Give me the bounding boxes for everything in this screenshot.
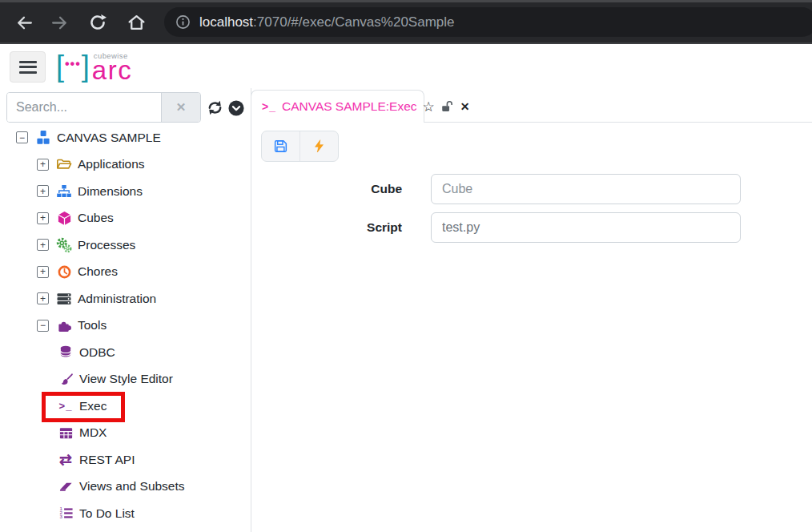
refresh-tree-button[interactable] xyxy=(207,99,223,116)
chevron-down-circle-icon xyxy=(227,99,245,117)
tree-item-applications[interactable]: + Applications xyxy=(0,151,251,179)
main-panel: >_ CANVAS SAMPLE:Exec ☆ ✕ xyxy=(251,88,812,532)
tree-item-view-style-editor[interactable]: View Style Editor xyxy=(0,366,251,393)
tree-item-label: REST API xyxy=(79,453,135,467)
tree-item-label: Administration xyxy=(78,292,156,306)
tree-item-label: To Do List xyxy=(79,506,135,521)
folder-open-icon xyxy=(55,156,73,172)
tree-item-label: Tools xyxy=(78,318,107,332)
puzzle-icon xyxy=(55,317,73,333)
collapse-all-button[interactable] xyxy=(227,99,245,117)
tree-item-cubes[interactable]: + Cubes xyxy=(0,205,251,232)
expand-toggle-icon[interactable]: + xyxy=(37,185,49,197)
exchange-arrows-icon: ⇄ xyxy=(57,452,74,468)
tab-title: CANVAS SAMPLE:Exec xyxy=(282,99,417,114)
sitemap-icon xyxy=(55,183,73,200)
reload-icon xyxy=(88,13,107,32)
address-bar[interactable]: localhost:7070/#/exec/Canvas%20Sample xyxy=(164,7,812,37)
tree-item-label: Views and Subsets xyxy=(79,479,185,494)
svg-text:3: 3 xyxy=(59,514,62,519)
cube-label: Cube xyxy=(299,174,402,204)
tree-item-label: MDX xyxy=(79,425,107,440)
app-header: [ ••• ] cubewise arc xyxy=(0,44,812,88)
tab-canvas-sample-exec[interactable]: >_ CANVAS SAMPLE:Exec ☆ ✕ xyxy=(251,90,424,123)
gears-icon xyxy=(55,237,73,253)
url-host: localhost xyxy=(199,14,253,30)
search-group: ✕ xyxy=(6,92,201,123)
expand-toggle-icon[interactable]: + xyxy=(37,292,49,304)
tree-item-label: View Style Editor xyxy=(79,372,173,386)
logo-bracket-right: ] xyxy=(82,52,90,81)
logo-arc-text: arc xyxy=(92,59,132,82)
expand-toggle-icon[interactable]: + xyxy=(37,266,49,278)
browser-toolbar: localhost:7070/#/exec/Canvas%20Sample xyxy=(0,0,812,44)
logo-bracket-left: [ xyxy=(56,52,64,81)
tree-item-rest-api[interactable]: ⇄ REST API xyxy=(0,446,251,474)
screenshot-root: localhost:7070/#/exec/Canvas%20Sample [ … xyxy=(0,0,812,532)
expand-toggle-icon[interactable]: + xyxy=(37,212,49,224)
database-icon xyxy=(57,345,74,361)
exec-toolbar xyxy=(261,131,339,162)
tree-item-to-do-list[interactable]: 123 To Do List xyxy=(0,500,251,527)
home-icon xyxy=(127,13,147,33)
tree-item-administration[interactable]: + Administration xyxy=(0,285,251,312)
ordered-list-icon: 123 xyxy=(57,506,74,522)
tree-item-exec[interactable]: >_ Exec xyxy=(0,393,251,420)
collapse-toggle-icon[interactable]: − xyxy=(16,131,28,143)
tree-item-odbc[interactable]: ODBC xyxy=(0,339,251,366)
browser-reload-button[interactable] xyxy=(87,12,108,33)
tree-item-processes[interactable]: + Processes xyxy=(0,232,251,259)
cubewise-arc-logo: [ ••• ] cubewise arc xyxy=(56,49,132,84)
execute-button[interactable] xyxy=(300,131,339,161)
page-info-icon[interactable] xyxy=(175,14,191,30)
terminal-icon: >_ xyxy=(57,398,74,414)
tree-item-canvas-sample[interactable]: − CANVAS SAMPLE xyxy=(0,124,251,151)
browser-home-button[interactable] xyxy=(126,12,147,33)
unlock-icon[interactable] xyxy=(440,100,453,113)
forward-arrow-icon xyxy=(50,13,70,33)
eraser-icon xyxy=(57,478,74,494)
tree-item-label: Cubes xyxy=(78,211,114,225)
lightning-bolt-icon xyxy=(312,139,326,154)
tree-item-chores[interactable]: + Chores xyxy=(0,259,251,286)
tree-item-label: CANVAS SAMPLE xyxy=(57,131,161,145)
paint-brush-icon xyxy=(57,371,74,387)
back-arrow-icon xyxy=(14,13,34,33)
tab-close-icon[interactable]: ✕ xyxy=(460,100,470,113)
tree-item-mdx[interactable]: MDX xyxy=(0,420,251,447)
hamburger-menu-button[interactable] xyxy=(10,51,46,83)
terminal-icon: >_ xyxy=(262,100,276,113)
cube-input[interactable] xyxy=(431,174,741,204)
tabstrip-divider xyxy=(424,122,812,123)
expand-toggle-icon[interactable]: + xyxy=(37,239,49,251)
url-path: :7070/#/exec/Canvas%20Sample xyxy=(253,14,454,30)
search-clear-button[interactable]: ✕ xyxy=(161,93,200,122)
search-input[interactable] xyxy=(7,93,161,122)
cubes-icon xyxy=(34,130,52,146)
browser-forward-button[interactable] xyxy=(49,12,70,33)
favorite-star-icon[interactable]: ☆ xyxy=(423,100,435,114)
script-label: Script xyxy=(299,212,402,243)
tree-item-dimensions[interactable]: + Dimensions xyxy=(0,178,251,205)
tree-item-label: ODBC xyxy=(79,345,115,360)
server-stack-icon xyxy=(55,291,73,307)
expand-toggle-icon[interactable]: + xyxy=(37,159,49,171)
menu-icon xyxy=(19,61,37,63)
save-button[interactable] xyxy=(262,131,300,161)
tree-item-label: Processes xyxy=(78,238,135,252)
url-text: localhost:7070/#/exec/Canvas%20Sample xyxy=(199,14,455,30)
tree-item-views-and-subsets[interactable]: Views and Subsets xyxy=(0,474,251,501)
sidebar: ✕ − CANVAS SAMPLE xyxy=(0,88,251,532)
tree-item-label: Chores xyxy=(78,264,118,279)
tree-item-label: Dimensions xyxy=(78,184,143,199)
server-tree: − CANVAS SAMPLE + Applications + Dimensi… xyxy=(0,124,251,527)
collapse-toggle-icon[interactable]: − xyxy=(37,320,49,332)
clear-x-icon: ✕ xyxy=(176,100,187,115)
browser-back-button[interactable] xyxy=(14,12,34,33)
tree-item-tools[interactable]: − Tools xyxy=(0,312,251,340)
clock-icon xyxy=(55,264,73,280)
refresh-icon xyxy=(207,99,223,116)
script-input[interactable] xyxy=(431,212,741,243)
cube-icon xyxy=(55,210,73,226)
save-floppy-icon xyxy=(273,139,288,154)
